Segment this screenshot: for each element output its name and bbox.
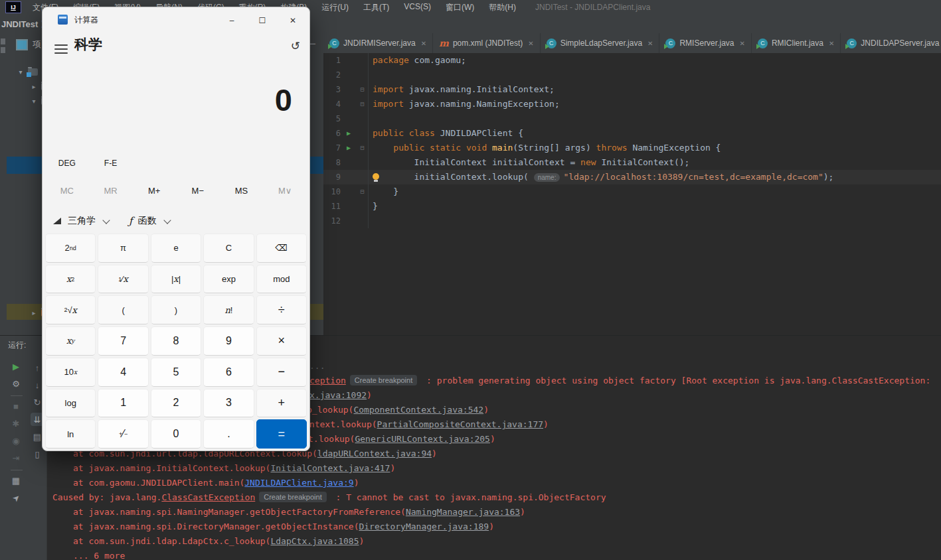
calc-key-sqrt[interactable]: 2√x [45,295,96,324]
run-tab-label[interactable]: 运行: [8,340,26,351]
clear-all-icon[interactable]: ▯ [31,447,44,460]
settings-icon[interactable]: ⚙ [9,377,23,390]
calc-key-five[interactable]: 5 [151,358,201,387]
force-stop-icon[interactable]: ✱ [9,417,23,430]
calc-key-ln[interactable]: ln [45,419,96,449]
maximize-button[interactable]: ☐ [251,13,274,29]
calc-key-log[interactable]: log [45,389,96,418]
close-icon[interactable]: ✕ [421,40,426,47]
chevron-right-icon[interactable]: ▸ [31,309,37,316]
calc-key-eight[interactable]: 8 [151,326,201,356]
menu-item[interactable]: 窗口(W) [438,2,481,13]
deg-button[interactable]: DEG [45,155,89,172]
stack-trace-link[interactable]: ClassCastException [161,492,255,502]
chevron-down-icon[interactable]: ▾ [17,68,24,76]
menu-item[interactable]: VCS(S) [396,2,438,13]
stack-trace-link[interactable]: LdapCtx.java:1085 [270,536,359,546]
dump-to-file-icon[interactable]: ⇥ [9,451,23,464]
calc-key-divide[interactable]: ÷ [256,295,307,324]
memory-button-M[interactable]: M− [176,181,220,200]
calc-key-decimal[interactable]: . [203,419,254,449]
memory-button-M+[interactable]: M+ [132,181,176,200]
close-icon[interactable]: ✕ [528,40,533,47]
calc-key-nine[interactable]: 9 [203,326,254,356]
create-breakpoint-badge[interactable]: Create breakpoint [259,492,326,502]
close-button[interactable]: ✕ [282,13,304,29]
breadcrumb[interactable]: JNDITest [1,19,38,29]
stack-trace-link[interactable]: InitialContext.java:417 [270,463,390,473]
calc-key-open-paren[interactable]: ( [98,295,148,324]
menu-item[interactable]: 运行(U) [314,2,356,13]
stack-trace-link[interactable]: DirectoryManager.java:189 [359,522,489,531]
calc-key-pi[interactable]: π [98,234,148,263]
close-icon[interactable]: ✕ [647,40,653,47]
editor-tab[interactable]: CSimpleLdapServer.java✕ [541,33,660,53]
calc-key-equals[interactable]: = [256,419,307,449]
calc-key-absolute[interactable]: |x| [151,265,201,294]
run-gutter-icon[interactable]: ▶ [341,141,357,155]
close-icon[interactable]: ✕ [829,40,834,47]
menu-icon[interactable] [54,42,68,52]
close-icon[interactable]: ✕ [739,40,744,47]
calc-key-negate[interactable]: +⁄− [98,419,148,449]
stack-trace-link[interactable]: NamingManager.java:163 [406,507,520,517]
stack-trace-link[interactable]: GenericURLContext.java:205 [355,434,490,444]
calc-key-second[interactable]: 2nd [45,234,96,263]
calculator-titlebar[interactable]: 计算器 –☐✕ [43,7,309,33]
stack-trace-link[interactable]: PartialCompositeContext.java:177 [377,419,543,429]
stop-icon[interactable]: ■ [9,399,23,413]
pin-icon[interactable]: ➤ [7,488,25,507]
chevron-down-icon[interactable]: ▾ [31,98,37,105]
chevron-right-icon[interactable]: ▸ [31,83,37,90]
calc-key-power[interactable]: xy [45,326,96,356]
calc-key-backspace[interactable]: ⌫ [256,234,307,263]
restore-layout-icon[interactable]: ▦ [9,474,23,487]
calc-key-exp[interactable]: exp [203,265,254,294]
calc-key-seven[interactable]: 7 [98,326,148,356]
editor-tab[interactable]: CJNDIRMIServer.java✕ [323,33,433,53]
calc-key-reciprocal[interactable]: 1⁄x [98,265,148,294]
calc-key-clear[interactable]: C [203,234,254,263]
function-dropdown[interactable]: 函数 [138,215,157,227]
rerun-icon[interactable]: ▶ [9,360,23,373]
calc-key-square[interactable]: x2 [45,265,96,294]
stack-trace-link[interactable]: ComponentContext.java:542 [353,405,483,415]
intention-bulb-icon[interactable] [373,173,379,180]
calc-key-one[interactable]: 1 [98,389,148,418]
menu-item[interactable]: 工具(T) [356,2,396,13]
calc-key-subtract[interactable]: − [256,358,307,387]
calc-key-six[interactable]: 6 [203,358,254,387]
history-icon[interactable]: ↺ [291,39,300,53]
calc-key-four[interactable]: 4 [98,358,148,387]
calc-key-two[interactable]: 2 [151,389,201,418]
trigonometry-dropdown[interactable]: 三角学 [68,215,96,227]
editor-tab[interactable]: CJNDILDAPServer.java✕ [841,33,941,53]
create-breakpoint-badge[interactable]: Create breakpoint [350,375,417,385]
editor-tab[interactable]: CRMIClient.java✕ [752,33,841,53]
thread-dump-icon[interactable]: ◉ [9,434,23,447]
fold-icon[interactable]: ⊟ [357,184,369,199]
minimize-button[interactable]: – [220,13,243,29]
calc-key-zero[interactable]: 0 [151,419,201,449]
calc-key-ten-power[interactable]: 10x [45,358,96,387]
stripe-icon[interactable] [1,47,5,53]
calc-key-multiply[interactable]: × [256,326,307,356]
calc-key-add[interactable]: + [256,389,307,418]
stripe-icon[interactable] [1,38,5,44]
code-editor[interactable]: 1package com.gaomu;23⊟import javax.namin… [323,53,941,335]
editor-tab[interactable]: mpom.xml (JNDITest)✕ [433,33,541,53]
calc-key-factorial[interactable]: n! [203,295,254,324]
fe-button[interactable]: F-E [89,155,133,172]
menu-item[interactable]: 帮助(H) [481,2,523,13]
editor-tab[interactable]: CRMIServer.java✕ [659,33,751,53]
stack-trace-link[interactable]: x.java:1092 [309,390,367,400]
hide-panel-icon[interactable]: ─ [309,38,315,48]
calc-key-mod[interactable]: mod [256,265,307,294]
calc-key-euler[interactable]: e [151,234,201,263]
fold-icon[interactable]: ⊟ [357,141,369,155]
stack-trace-link[interactable]: ception [309,376,346,385]
run-gutter-icon[interactable]: ▶ [341,126,357,141]
stack-trace-link[interactable]: ldapURLContext.java:94 [317,449,432,458]
memory-button-MS[interactable]: MS [220,181,264,200]
calc-key-close-paren[interactable]: ) [151,295,201,324]
